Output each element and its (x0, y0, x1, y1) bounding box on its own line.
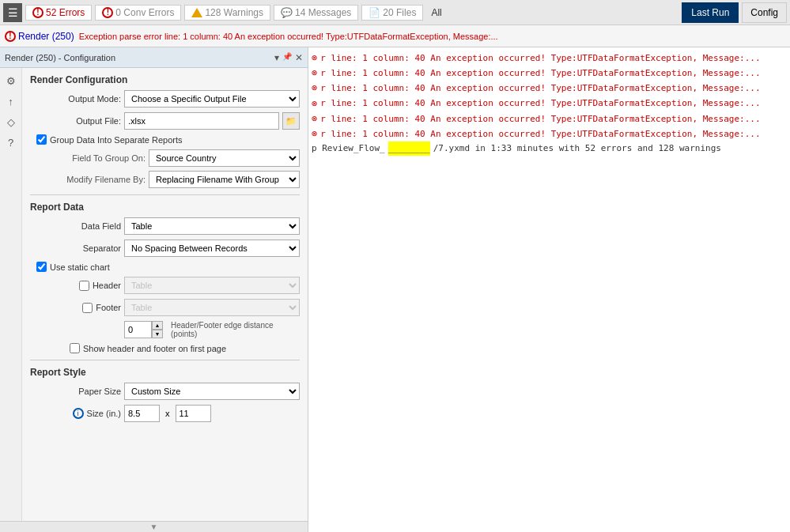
side-icon-arrow[interactable]: ↑ (2, 92, 21, 111)
group-data-row: Group Data Into Separate Reports (36, 134, 300, 145)
render-bar: ! Render (250) Exception parse error lin… (0, 25, 790, 47)
all-label: All (431, 7, 441, 18)
config-label: Config (750, 7, 778, 18)
warnings-badge-button[interactable]: 128 Warnings (184, 5, 270, 21)
paper-size-row: Paper Size Custom Size Letter A4 Legal (30, 383, 300, 400)
error-text-3: r line: 1 column: 40 An exception occurr… (320, 81, 760, 96)
footer-checkbox-area: Footer (30, 303, 121, 313)
warnings-label: 128 Warnings (205, 7, 263, 18)
error-icon-1: ⊗ (312, 51, 317, 66)
panel-title: Render (250) - Configuration (5, 53, 115, 62)
header-select[interactable]: Table (124, 277, 300, 294)
pin-icon[interactable]: 📌 (282, 52, 292, 63)
error-line-6: ⊗ r line: 1 column: 40 An exception occu… (312, 126, 787, 141)
files-label: 20 Files (383, 7, 416, 18)
render-error-icon: ! (5, 31, 16, 42)
error-icon-2: ⊗ (312, 66, 317, 81)
menu-icon: ☰ (8, 6, 18, 19)
hf-edge-down-button[interactable]: ▼ (152, 330, 163, 338)
divider-1 (30, 194, 300, 195)
config-button[interactable]: Config (742, 2, 787, 23)
success-text-before: p Review_Flow_ (312, 141, 385, 156)
expand-icon[interactable]: ▾ (274, 52, 279, 63)
output-file-input[interactable]: .xlsx (124, 112, 279, 130)
field-group-select[interactable]: Source Country (149, 149, 300, 167)
field-group-label: Field To Group On: (43, 153, 146, 163)
hf-edge-spinner-buttons: ▲ ▼ (152, 321, 163, 338)
use-static-chart-label: Use static chart (50, 262, 110, 272)
modify-filename-label: Modify Filename By: (43, 175, 146, 184)
group-data-checkbox[interactable] (36, 134, 47, 145)
error-output-panel: ⊗ r line: 1 column: 40 An exception occu… (308, 47, 790, 532)
separator-select[interactable]: No Spacing Between Records Single Spacin… (124, 240, 300, 257)
browse-button[interactable]: 📁 (282, 112, 300, 130)
footer-select[interactable]: Table (124, 299, 300, 316)
use-static-chart-checkbox[interactable] (36, 262, 47, 272)
report-style-title: Report Style (30, 367, 300, 378)
header-row: Header Table (30, 277, 300, 294)
use-static-chart-row: Use static chart (36, 262, 300, 272)
error-line-1: ⊗ r line: 1 column: 40 An exception occu… (312, 51, 787, 66)
side-icon-settings[interactable]: ⚙ (2, 71, 21, 90)
header-checkbox[interactable] (79, 281, 89, 291)
main-area: Render (250) - Configuration ▾ 📌 ✕ ⚙ ↑ ◇… (0, 47, 790, 532)
error-icon-6: ⊗ (312, 126, 317, 141)
footer-checkbox[interactable] (82, 303, 93, 313)
success-highlight: ________ (388, 141, 430, 156)
data-field-row: Data Field Table (30, 217, 300, 235)
field-group-row: Field To Group On: Source Country (43, 149, 300, 167)
error-icon-4: ⊗ (312, 96, 317, 111)
side-icon-diamond[interactable]: ◇ (2, 112, 21, 131)
size-width-input[interactable] (124, 405, 160, 422)
paper-size-select[interactable]: Custom Size Letter A4 Legal (124, 383, 300, 400)
menu-button[interactable]: ☰ (3, 3, 22, 22)
render-label-area: ! Render (250) (5, 31, 74, 42)
size-icon: i (73, 408, 84, 419)
report-data-title: Report Data (30, 202, 300, 213)
close-panel-icon[interactable]: ✕ (295, 52, 303, 63)
conv-errors-label: 0 Conv Errors (115, 7, 174, 18)
output-mode-row: Output Mode: Choose a Specific Output Fi… (30, 90, 300, 108)
messages-label: 14 Messages (295, 7, 351, 18)
modify-filename-select[interactable]: Replacing Filename With Group Appending … (149, 171, 300, 188)
config-content-area: Render Configuration Output Mode: Choose… (22, 68, 308, 521)
output-mode-label: Output Mode: (30, 94, 121, 104)
errors-badge-button[interactable]: ! 52 Errors (25, 5, 92, 21)
data-field-label: Data Field (30, 221, 121, 231)
error-text-2: r line: 1 column: 40 An exception occurr… (320, 66, 760, 81)
error-circle-icon: ! (32, 7, 43, 18)
conv-error-icon: ! (102, 7, 113, 18)
conv-errors-badge-button[interactable]: ! 0 Conv Errors (95, 5, 181, 21)
size-height-input[interactable] (176, 405, 211, 422)
files-badge-button[interactable]: 📄 20 Files (361, 5, 423, 21)
panel-header-icons: ▾ 📌 ✕ (274, 52, 303, 63)
panel-header: Render (250) - Configuration ▾ 📌 ✕ (0, 47, 308, 68)
left-panel: Render (250) - Configuration ▾ 📌 ✕ ⚙ ↑ ◇… (0, 47, 308, 532)
last-run-button[interactable]: Last Run (682, 2, 739, 23)
hf-edge-input[interactable] (124, 321, 152, 338)
messages-badge-button[interactable]: 💬 14 Messages (274, 5, 358, 21)
error-text-1: r line: 1 column: 40 An exception occurr… (320, 51, 760, 66)
hf-edge-up-button[interactable]: ▲ (152, 321, 163, 330)
divider-2 (30, 360, 300, 360)
hf-edge-label: Header/Footer edge distance (points) (171, 321, 300, 338)
output-mode-select[interactable]: Choose a Specific Output File Create Man… (124, 90, 300, 108)
error-text-6: r line: 1 column: 40 An exception occurr… (320, 127, 760, 141)
footer-row: Footer Table (30, 299, 300, 316)
success-text-after: /7.yxmd in 1:33 minutes with 52 errors a… (433, 141, 721, 156)
size-label: i Size (in.) (30, 408, 121, 419)
all-button[interactable]: All (426, 6, 446, 20)
size-x-label: x (163, 409, 172, 418)
side-icon-question[interactable]: ? (2, 133, 21, 152)
scroll-down-arrow[interactable]: ▼ (0, 521, 308, 532)
size-row: i Size (in.) x (30, 405, 300, 422)
modify-filename-row: Modify Filename By: Replacing Filename W… (43, 171, 300, 188)
show-hf-row: Show header and footer on first page (70, 343, 300, 353)
render-link[interactable]: Render (250) (18, 31, 74, 42)
error-icon-3: ⊗ (312, 81, 317, 96)
data-field-select[interactable]: Table (124, 217, 300, 235)
error-line-3: ⊗ r line: 1 column: 40 An exception occu… (312, 81, 787, 96)
side-icons-bar: ⚙ ↑ ◇ ? (0, 68, 22, 521)
show-hf-checkbox[interactable] (70, 343, 80, 353)
error-line-4: ⊗ r line: 1 column: 40 An exception occu… (312, 96, 787, 111)
